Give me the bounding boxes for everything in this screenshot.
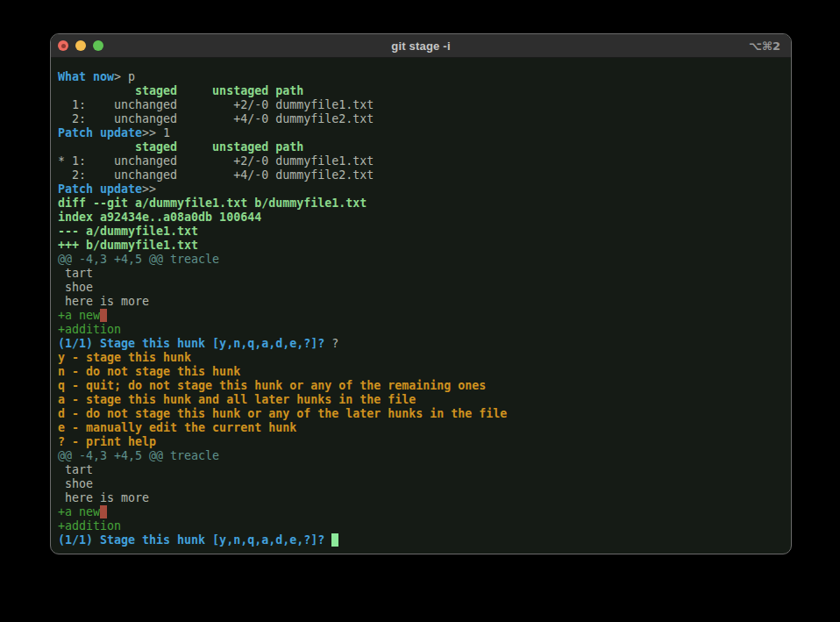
text-segment: +addition xyxy=(58,519,121,533)
text-segment: staged unstaged path xyxy=(58,84,303,97)
terminal-line: e - manually edit the current hunk xyxy=(58,421,784,435)
trailing-whitespace-marker xyxy=(100,309,107,322)
text-segment: 1: unchanged +2/-0 dummyfile1.txt xyxy=(58,98,374,111)
titlebar[interactable]: git stage -i ⌥⌘2 xyxy=(51,34,791,58)
terminal-line: staged unstaged path xyxy=(58,84,784,98)
terminal-line: d - do not stage this hunk or any of the… xyxy=(58,407,784,421)
text-segment: @@ -4,3 +4,5 @@ treacle xyxy=(58,253,219,266)
text-segment: 2: unchanged +4/-0 dummyfile2.txt xyxy=(58,112,374,125)
text-segment: shoe xyxy=(58,477,93,490)
traffic-lights xyxy=(58,34,103,57)
terminal-line: * 1: unchanged +2/-0 dummyfile1.txt xyxy=(58,154,784,168)
text-segment: here is more xyxy=(58,491,149,504)
close-button[interactable] xyxy=(58,40,68,51)
text-segment: @@ -4,3 +4,5 @@ treacle xyxy=(58,449,219,462)
trailing-whitespace-marker xyxy=(100,505,107,518)
terminal-line: shoe xyxy=(58,477,784,491)
text-segment: shoe xyxy=(58,281,93,294)
terminal-line: Patch update>> 1 xyxy=(58,126,784,140)
text-segment: ? - print help xyxy=(58,435,156,448)
text-segment: >> xyxy=(142,182,156,196)
terminal-line: tart xyxy=(58,463,784,477)
terminal-line: (1/1) Stage this hunk [y,n,q,a,d,e,?]? ? xyxy=(58,337,784,351)
window-title: git stage -i xyxy=(51,39,791,53)
text-segment: tart xyxy=(58,463,93,476)
text-segment: --- a/dummyfile1.txt xyxy=(58,225,198,238)
text-segment: > p xyxy=(114,70,135,83)
zoom-button[interactable] xyxy=(93,40,103,51)
terminal-line: 1: unchanged +2/-0 dummyfile1.txt xyxy=(58,98,784,112)
terminal-line: staged unstaged path xyxy=(58,140,784,154)
text-segment: index a92434e..a08a0db 100644 xyxy=(58,211,261,224)
terminal-line: Patch update>> xyxy=(58,182,784,197)
minimize-button[interactable] xyxy=(75,40,86,51)
terminal-line: diff --git a/dummyfile1.txt b/dummyfile1… xyxy=(58,197,784,211)
terminal-line: n - do not stage this hunk xyxy=(58,365,784,379)
terminal-line: q - quit; do not stage this hunk or any … xyxy=(58,379,784,393)
text-segment: a - stage this hunk and all later hunks … xyxy=(58,393,416,406)
text-segment: >> 1 xyxy=(142,126,170,139)
terminal-line: here is more xyxy=(58,491,784,505)
text-segment: q - quit; do not stage this hunk or any … xyxy=(58,379,486,392)
text-segment: +++ b/dummyfile1.txt xyxy=(58,239,198,252)
text-segment: staged unstaged path xyxy=(58,140,303,154)
terminal-line: index a92434e..a08a0db 100644 xyxy=(58,211,784,225)
terminal-line: tart xyxy=(58,267,784,281)
terminal-line: 2: unchanged +4/-0 dummyfile2.txt xyxy=(58,112,784,126)
text-segment: Patch update xyxy=(58,126,142,139)
terminal-line: +addition xyxy=(58,323,784,337)
terminal-line: shoe xyxy=(58,281,784,295)
text-segment: 2: unchanged +4/-0 dummyfile2.txt xyxy=(58,168,374,182)
terminal-line: @@ -4,3 +4,5 @@ treacle xyxy=(58,449,784,463)
text-segment: diff --git a/dummyfile1.txt b/dummyfile1… xyxy=(58,197,367,210)
cursor-block xyxy=(331,533,338,547)
text-segment: Patch update xyxy=(58,182,142,196)
terminal-line: What now> p xyxy=(58,70,784,84)
terminal-line: 2: unchanged +4/-0 dummyfile2.txt xyxy=(58,168,784,182)
text-segment: here is more xyxy=(58,295,149,308)
terminal-line: @@ -4,3 +4,5 @@ treacle xyxy=(58,253,784,267)
text-segment: What now xyxy=(58,70,114,83)
terminal-line: (1/1) Stage this hunk [y,n,q,a,d,e,?]? xyxy=(58,533,784,547)
terminal-line: a - stage this hunk and all later hunks … xyxy=(58,393,784,407)
terminal-line: +a new xyxy=(58,309,784,323)
terminal-line: +++ b/dummyfile1.txt xyxy=(58,239,784,253)
text-segment: +a new xyxy=(58,505,100,518)
text-segment: (1/1) Stage this hunk [y,n,q,a,d,e,?]? xyxy=(58,533,331,547)
text-segment: (1/1) Stage this hunk [y,n,q,a,d,e,?]? xyxy=(58,337,331,350)
terminal-line: +a new xyxy=(58,505,784,519)
terminal-line: here is more xyxy=(58,295,784,309)
text-segment: +a new xyxy=(58,309,100,322)
terminal-line: +addition xyxy=(58,519,784,533)
close-modified-dot-icon xyxy=(61,44,66,48)
text-segment: n - do not stage this hunk xyxy=(58,365,240,378)
text-segment: tart xyxy=(58,267,93,280)
text-segment: ? xyxy=(331,337,338,350)
text-segment: * 1: unchanged +2/-0 dummyfile1.txt xyxy=(58,154,374,168)
terminal-line: ? - print help xyxy=(58,435,784,449)
terminal-line: y - stage this hunk xyxy=(58,351,784,365)
terminal-output[interactable]: What now> p staged unstaged path 1: unch… xyxy=(51,58,791,554)
text-segment: e - manually edit the current hunk xyxy=(58,421,296,434)
text-segment: y - stage this hunk xyxy=(58,351,191,364)
terminal-line: --- a/dummyfile1.txt xyxy=(58,225,784,239)
text-segment: +addition xyxy=(58,323,121,336)
window-shortcut-badge: ⌥⌘2 xyxy=(749,34,780,57)
terminal-window: git stage -i ⌥⌘2 What now> p staged unst… xyxy=(50,33,792,554)
text-segment: d - do not stage this hunk or any of the… xyxy=(58,407,507,420)
